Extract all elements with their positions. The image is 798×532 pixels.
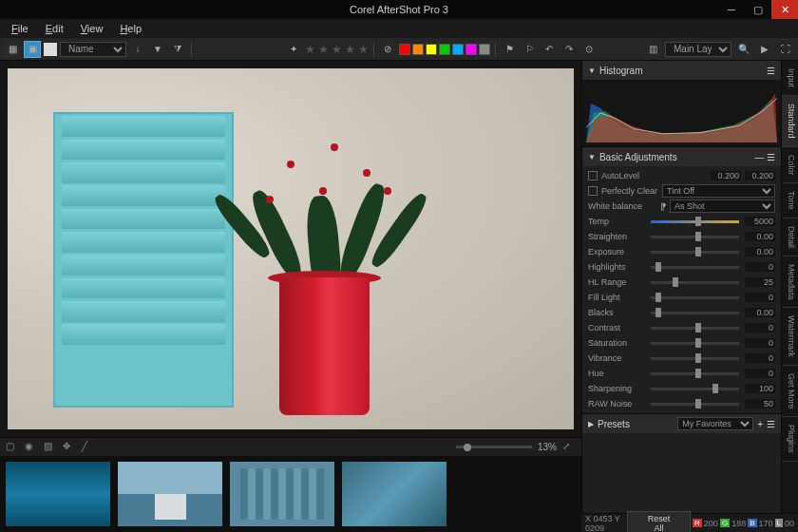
side-tab-input[interactable]: Input	[782, 61, 798, 96]
histogram-menu-icon[interactable]: ☰	[767, 66, 775, 76]
menu-file[interactable]: File	[4, 21, 36, 36]
star-5[interactable]: ★	[358, 43, 369, 56]
thumbnail[interactable]	[118, 462, 222, 526]
compare-view-icon[interactable]	[44, 43, 57, 56]
color-swatch[interactable]	[466, 44, 477, 55]
layers-icon[interactable]: ▥	[644, 41, 661, 58]
redo-icon[interactable]: ↷	[560, 41, 578, 58]
slider-contrast[interactable]	[651, 327, 739, 330]
star-3[interactable]: ★	[332, 43, 342, 56]
funnel-icon[interactable]: ⧩	[169, 41, 186, 58]
undo-icon[interactable]: ↶	[541, 41, 558, 58]
slider-hue[interactable]	[651, 372, 739, 375]
name-select[interactable]: Name	[60, 42, 126, 57]
reset-icon[interactable]: ⊙	[580, 41, 598, 58]
expand-icon[interactable]: ⤢	[562, 441, 576, 454]
color-swatch[interactable]	[426, 44, 437, 55]
slider-label: Highlights	[588, 262, 645, 272]
close-button[interactable]: ✕	[771, 0, 798, 19]
pan-icon[interactable]: ✥	[63, 441, 76, 454]
single-view-icon[interactable]: ▣	[24, 41, 41, 58]
redeye-icon[interactable]: ◉	[25, 441, 38, 454]
slider-sharpening[interactable]	[651, 388, 739, 390]
color-swatch[interactable]	[452, 44, 464, 55]
slideshow-icon[interactable]: ▶	[756, 41, 773, 58]
color-swatch[interactable]	[399, 44, 410, 55]
thumbnail[interactable]	[6, 462, 110, 526]
slider-value: 5000	[745, 217, 775, 226]
fullscreen-icon[interactable]: ⛶	[777, 41, 794, 58]
slider-highlights[interactable]	[651, 266, 739, 269]
slider-label: Temp	[588, 217, 645, 226]
slider-value: 0	[745, 353, 775, 363]
region-icon[interactable]: ▨	[44, 441, 57, 454]
preset-menu-icon[interactable]: ☰	[767, 419, 775, 429]
brush-icon[interactable]: ╱	[82, 441, 95, 454]
sort-desc-icon[interactable]: ↓	[129, 41, 146, 58]
side-tab-plugins[interactable]: Plugins	[782, 417, 798, 462]
color-swatch[interactable]	[479, 44, 490, 55]
no-label-icon[interactable]: ⊘	[379, 41, 396, 58]
add-preset-icon[interactable]: +	[757, 419, 763, 429]
basic-adjustments-header[interactable]: ▼Basic Adjustments— ☰	[582, 147, 781, 166]
slider-saturation[interactable]	[651, 342, 739, 345]
slider-value: 0.00	[745, 247, 775, 256]
histogram-header[interactable]: ▼Histogram☰	[582, 61, 781, 80]
slider-value: 0	[745, 369, 775, 378]
white-balance-select[interactable]: As Shot	[670, 200, 775, 213]
slider-value: 0	[745, 293, 775, 302]
crop-icon[interactable]: ▢	[6, 441, 19, 454]
histogram-display	[582, 80, 781, 146]
reject-flag-icon[interactable]: ⚐	[521, 41, 538, 58]
slider-label: Vibrance	[588, 353, 645, 363]
perfectly-clear-select[interactable]: Tint Off	[662, 184, 775, 198]
slider-hl-range[interactable]	[651, 281, 739, 284]
perfectly-clear-check[interactable]	[588, 186, 598, 196]
search-icon[interactable]: 🔍	[735, 41, 752, 58]
zoom-slider[interactable]	[456, 446, 532, 448]
presets-select[interactable]: My Favorites	[677, 417, 753, 430]
right-panel: ▼Histogram☰ ▼Basic Adjustments— ☰ AutoLe…	[581, 61, 781, 532]
star-1[interactable]: ★	[305, 43, 315, 56]
slider-exposure[interactable]	[651, 251, 739, 254]
autolevel-check[interactable]	[588, 171, 598, 180]
side-tab-get-more[interactable]: Get More	[782, 366, 798, 418]
canvas[interactable]	[0, 61, 581, 437]
slider-value: 0	[745, 338, 775, 348]
slider-fill-light[interactable]	[651, 296, 739, 299]
maximize-button[interactable]: ▢	[745, 0, 771, 19]
minimize-button[interactable]: ─	[718, 0, 745, 19]
side-tab-color[interactable]: Color	[782, 147, 798, 184]
filmstrip	[0, 456, 581, 532]
side-tab-tone[interactable]: Tone	[782, 183, 798, 218]
menu-edit[interactable]: Edit	[38, 21, 71, 36]
side-tab-detail[interactable]: Detail	[782, 218, 798, 256]
color-swatch[interactable]	[412, 44, 424, 55]
viewer-toolbar: ▢ ◉ ▨ ✥ ╱ 13% ⤢	[0, 437, 581, 456]
thumbnail[interactable]	[230, 462, 334, 526]
star-4[interactable]: ★	[345, 43, 355, 56]
presets-header[interactable]: ▶Presets My Favorites + ☰	[582, 414, 781, 433]
reset-all-button[interactable]: Reset All	[627, 511, 691, 533]
layer-select[interactable]: Main Layer	[665, 42, 732, 57]
grid-view-icon[interactable]: ▦	[4, 41, 21, 58]
thumbnail[interactable]	[342, 462, 446, 526]
slider-blacks[interactable]	[651, 312, 739, 314]
menu-view[interactable]: View	[73, 21, 111, 36]
side-tab-watermark[interactable]: Watermark	[782, 308, 798, 366]
star-2[interactable]: ★	[318, 43, 329, 56]
side-tab-standard[interactable]: Standard	[782, 96, 798, 147]
cursor-coords: X 0453 Y 0209	[585, 514, 625, 533]
clear-star-icon[interactable]: ✦	[285, 41, 302, 58]
side-tab-metadata[interactable]: Metadata	[782, 256, 798, 309]
filter-icon[interactable]: ▼	[149, 41, 166, 58]
slider-straighten[interactable]	[651, 236, 739, 238]
slider-raw-noise[interactable]	[651, 403, 739, 406]
menu-help[interactable]: Help	[112, 21, 149, 36]
color-swatch[interactable]	[439, 44, 450, 55]
slider-temp[interactable]	[651, 220, 739, 223]
eyedropper-icon[interactable]: ⁋	[660, 201, 666, 212]
flag-icon[interactable]: ⚑	[501, 41, 518, 58]
titlebar: Corel AfterShot Pro 3 ─ ▢ ✕	[0, 0, 798, 19]
slider-vibrance[interactable]	[651, 357, 739, 360]
